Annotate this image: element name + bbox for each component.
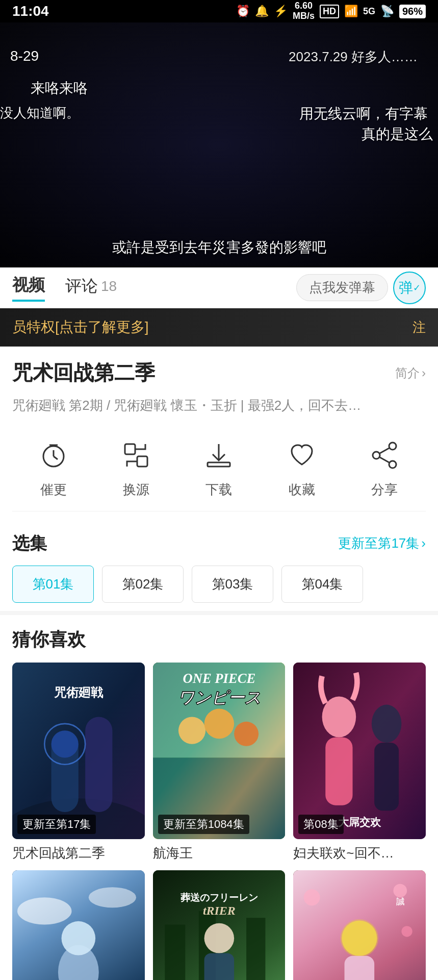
episode-list: 第01集 第02集 第03集 第04集: [12, 566, 426, 603]
status-icons: ⏰ 🔔 ⚡ 6.60MB/s HD 📶 5G 📡 96%: [236, 1, 426, 21]
svg-line-13: [380, 457, 389, 462]
svg-line-2: [54, 456, 58, 459]
svg-text:咒術廻戦: 咒術廻戦: [54, 685, 104, 699]
svg-text:ワンピース: ワンピース: [177, 689, 261, 706]
remind-button[interactable]: 催更: [33, 435, 74, 499]
episode-section-title: 选集: [12, 532, 47, 555]
video-player[interactable]: 8-29 2023.7.29 好多人…… 来咯来咯 没人知道啊。 用无线云啊，有…: [0, 22, 438, 267]
svg-rect-7: [208, 462, 230, 467]
video-subtitle: 或許是受到去年災害多發的影響吧: [0, 238, 438, 257]
svg-rect-45: [204, 953, 234, 980]
episode-btn-02[interactable]: 第02集: [102, 566, 184, 603]
episode-btn-01[interactable]: 第01集: [12, 566, 94, 603]
recommend-item-5[interactable]: 葬送のフリーレン tRIER: [153, 870, 286, 980]
svg-rect-54: [345, 956, 375, 980]
episode-header: 选集 更新至第17集 ›: [12, 532, 426, 555]
recommend-thumb-1: 咒術廻戦 更新至第17集: [12, 663, 145, 839]
bluetooth-icon: ⚡: [274, 5, 288, 18]
favorite-label: 收藏: [289, 481, 315, 499]
intro-label: 简介: [395, 365, 420, 381]
thumb-bg-4: [12, 870, 145, 980]
recommend-thumb-2: ワンピース ONE PIECE 更新至第1084集: [153, 663, 286, 839]
member-register-text: 注: [413, 318, 426, 336]
thumb-bg-1: 咒術廻戦 更新至第17集: [12, 663, 145, 839]
anime-title: 咒术回战第二季: [12, 359, 155, 387]
download-icon: [198, 435, 239, 476]
recommend-item-1[interactable]: 咒術廻戦 更新至第17集 咒术回战第二季: [12, 663, 145, 862]
rec2-name: 航海王: [153, 844, 286, 862]
wifi-icon: 📶: [344, 5, 358, 18]
hd-icon: HD: [320, 5, 339, 18]
source-label: 换源: [123, 481, 149, 499]
svg-point-26: [234, 721, 259, 746]
download-button[interactable]: 下载: [198, 435, 239, 499]
rec1-badge: 更新至第17集: [17, 815, 96, 834]
tab-video[interactable]: 视频: [12, 274, 45, 302]
share-label: 分享: [371, 481, 398, 499]
danmaku-4: 没人知道啊。: [0, 104, 80, 122]
svg-point-9: [389, 443, 396, 450]
svg-text:tRIER: tRIER: [203, 903, 236, 917]
svg-rect-29: [293, 663, 426, 839]
recommend-thumb-3: 大屌交欢 第08集: [293, 663, 426, 839]
episode-update-chevron: ›: [421, 535, 426, 551]
svg-point-37: [89, 887, 136, 908]
episode-update-text: 更新至第17集: [338, 534, 419, 552]
svg-point-39: [62, 921, 96, 955]
episode-btn-03[interactable]: 第03集: [192, 566, 273, 603]
recommend-item-2[interactable]: ワンピース ONE PIECE 更新至第1084集 航海王: [153, 663, 286, 862]
recommend-grid: 咒術廻戦 更新至第17集 咒术回战第二季: [12, 663, 426, 980]
svg-text:誠: 誠: [396, 896, 405, 905]
danmaku-check-icon: ✓: [413, 282, 421, 293]
danmaku-6: 真的是这么: [362, 125, 433, 144]
svg-point-11: [373, 452, 380, 459]
mute-icon: 🔔: [255, 5, 269, 18]
anime-title-row: 咒术回战第二季 简介 ›: [12, 359, 426, 387]
source-button[interactable]: 换源: [116, 435, 157, 499]
svg-rect-41: [165, 924, 185, 980]
svg-point-50: [394, 884, 407, 897]
svg-text:大屌交欢: 大屌交欢: [338, 816, 381, 828]
danmaku-toggle-button[interactable]: 弹 ✓: [393, 272, 426, 304]
episode-01-label: 第01集: [33, 576, 74, 592]
swap-icon: [116, 435, 157, 476]
recommend-item-3[interactable]: 大屌交欢 第08集 妇夫联欢~回不…: [293, 663, 426, 862]
svg-line-12: [380, 448, 389, 453]
svg-point-32: [372, 704, 402, 743]
thumb-bg-2: ワンピース ONE PIECE 更新至第1084集: [153, 663, 286, 839]
battery-icon: 96%: [399, 5, 426, 18]
episode-btn-04[interactable]: 第04集: [281, 566, 363, 603]
anime-info-section: 咒术回战第二季 简介 › 咒術廻戦 第2期 / 咒術廻戦 懷玉・玉折 | 最强2…: [0, 347, 438, 520]
network-speed: 6.60MB/s: [293, 1, 315, 21]
share-button[interactable]: 分享: [364, 435, 405, 499]
anime-tags: 咒術廻戦 第2期 / 咒術廻戦 懷玉・玉折 | 最强2人，回不去…: [12, 395, 426, 416]
recommend-item-6[interactable]: 誠: [293, 870, 426, 980]
tab-comment[interactable]: 评论 18: [65, 275, 117, 301]
svg-point-51: [402, 926, 413, 937]
svg-point-49: [304, 889, 320, 905]
status-time: 11:04: [12, 3, 49, 19]
svg-point-53: [341, 919, 379, 958]
danmaku-button-group: 点我发弹幕 弹 ✓: [296, 272, 426, 304]
svg-point-36: [17, 897, 72, 924]
thumb-bg-3: 大屌交欢 第08集: [293, 663, 426, 839]
danmaku-send-button[interactable]: 点我发弹幕: [296, 274, 388, 301]
episode-02-label: 第02集: [122, 576, 164, 592]
alarm-icon: ⏰: [236, 5, 250, 18]
svg-point-44: [204, 923, 234, 953]
heart-icon: [281, 435, 322, 476]
svg-text:ONE PIECE: ONE PIECE: [183, 671, 255, 686]
danmaku-3: 来咯来咯: [31, 79, 88, 98]
thumb-bg-6: 誠: [293, 870, 426, 980]
download-label: 下载: [205, 481, 232, 499]
content-area: 咒术回战第二季 简介 › 咒術廻戦 第2期 / 咒術廻戦 懷玉・玉折 | 最强2…: [0, 347, 438, 980]
svg-rect-6: [137, 456, 147, 467]
member-banner[interactable]: 员特权[点击了解更多] 注: [0, 308, 438, 347]
danmaku-container: 8-29 2023.7.29 好多人…… 来咯来咯 没人知道啊。 用无线云啊，有…: [0, 22, 438, 237]
episode-update-link[interactable]: 更新至第17集 ›: [338, 534, 426, 552]
remind-label: 催更: [40, 481, 67, 499]
recommend-item-4[interactable]: [12, 870, 145, 980]
episode-section: 选集 更新至第17集 › 第01集 第02集 第03集 第04集: [0, 520, 438, 611]
intro-link[interactable]: 简介 ›: [395, 365, 426, 381]
favorite-button[interactable]: 收藏: [281, 435, 322, 499]
